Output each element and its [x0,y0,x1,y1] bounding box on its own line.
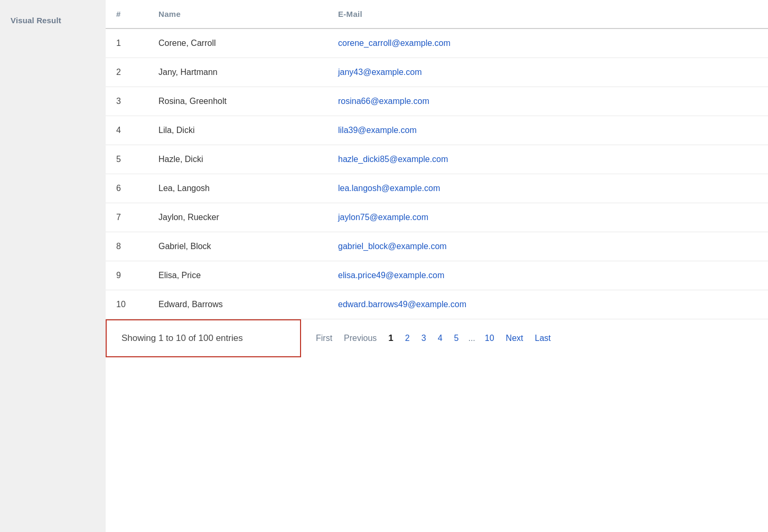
cell-num: 9 [106,261,148,290]
cell-email: lea.langosh@example.com [327,174,768,203]
table-row: 1Corene, Carrollcorene_carroll@example.c… [106,28,768,58]
page-3-button[interactable]: 3 [417,331,430,345]
table-row: 7Jaylon, Rueckerjaylon75@example.com [106,203,768,232]
cell-email: lila39@example.com [327,116,768,145]
main-content: # Name E-Mail 1Corene, Carrollcorene_car… [106,0,768,532]
col-header-email: E-Mail [327,0,768,28]
table-header-row: # Name E-Mail [106,0,768,28]
col-header-num: # [106,0,148,28]
page-2-button[interactable]: 2 [401,331,414,345]
cell-email: jaylon75@example.com [327,203,768,232]
cell-num: 5 [106,145,148,174]
cell-num: 7 [106,203,148,232]
table-row: 10Edward, Barrowsedward.barrows49@exampl… [106,290,768,319]
next-page-button[interactable]: Next [502,331,528,345]
data-table: # Name E-Mail 1Corene, Carrollcorene_car… [106,0,768,319]
page-ellipsis: ... [466,331,477,345]
cell-email: corene_carroll@example.com [327,28,768,58]
cell-num: 6 [106,174,148,203]
cell-email: elisa.price49@example.com [327,261,768,290]
table-row: 6Lea, Langoshlea.langosh@example.com [106,174,768,203]
cell-num: 8 [106,232,148,261]
cell-name: Jaylon, Ruecker [148,203,327,232]
cell-email: edward.barrows49@example.com [327,290,768,319]
cell-num: 10 [106,290,148,319]
table-row: 2Jany, Hartmannjany43@example.com [106,58,768,87]
cell-email: rosina66@example.com [327,87,768,116]
sidebar-label: Visual Result [11,16,61,25]
cell-name: Elisa, Price [148,261,327,290]
cell-name: Hazle, Dicki [148,145,327,174]
first-page-button[interactable]: First [312,331,336,345]
table-row: 8Gabriel, Blockgabriel_block@example.com [106,232,768,261]
cell-num: 1 [106,28,148,58]
cell-email: hazle_dicki85@example.com [327,145,768,174]
cell-name: Edward, Barrows [148,290,327,319]
cell-email: jany43@example.com [327,58,768,87]
cell-name: Rosina, Greenholt [148,87,327,116]
table-container: # Name E-Mail 1Corene, Carrollcorene_car… [106,0,768,357]
cell-num: 4 [106,116,148,145]
page-last-number-button[interactable]: 10 [481,331,499,345]
pagination-row: Showing 1 to 10 of 100 entries First Pre… [106,319,768,357]
cell-email: gabriel_block@example.com [327,232,768,261]
showing-info: Showing 1 to 10 of 100 entries [106,319,301,357]
cell-num: 3 [106,87,148,116]
cell-name: Lila, Dicki [148,116,327,145]
pagination-controls: First Previous 1 2 3 4 5 ... 10 Next Las… [301,319,768,357]
table-row: 9Elisa, Priceelisa.price49@example.com [106,261,768,290]
page-5-button[interactable]: 5 [450,331,463,345]
cell-num: 2 [106,58,148,87]
previous-page-button[interactable]: Previous [340,331,381,345]
page-4-button[interactable]: 4 [434,331,447,345]
table-row: 4Lila, Dickilila39@example.com [106,116,768,145]
table-row: 5Hazle, Dickihazle_dicki85@example.com [106,145,768,174]
cell-name: Gabriel, Block [148,232,327,261]
sidebar: Visual Result [0,0,106,41]
col-header-name: Name [148,0,327,28]
cell-name: Lea, Langosh [148,174,327,203]
page-1-button[interactable]: 1 [384,331,397,346]
last-page-button[interactable]: Last [531,331,555,345]
cell-name: Corene, Carroll [148,28,327,58]
cell-name: Jany, Hartmann [148,58,327,87]
table-row: 3Rosina, Greenholtrosina66@example.com [106,87,768,116]
